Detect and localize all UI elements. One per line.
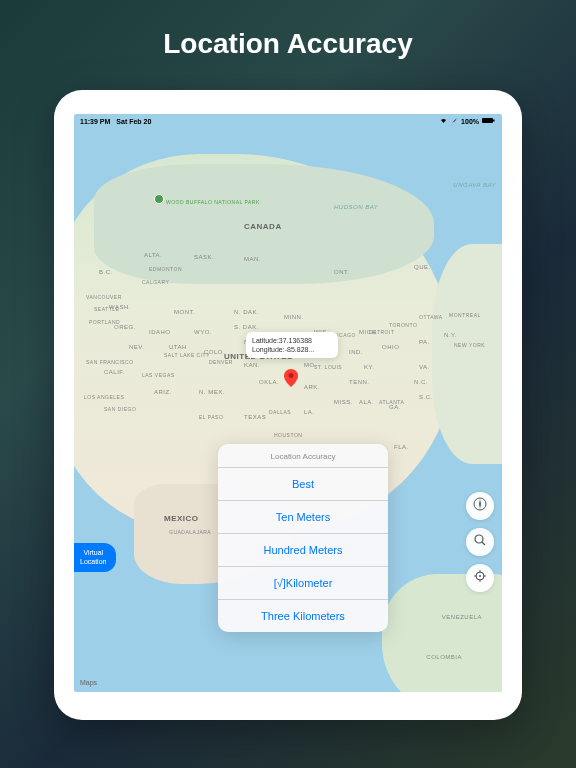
map-city-label: Portland — [89, 319, 120, 325]
svg-line-5 — [482, 542, 485, 545]
park-icon — [154, 194, 164, 204]
search-icon — [473, 533, 487, 551]
status-bar: 11:39 PM Sat Feb 20 100% — [74, 114, 502, 128]
map-state-label: NEV. — [129, 344, 144, 350]
location-accuracy-popover: Location Accuracy Best Ten Meters Hundre… — [218, 444, 388, 632]
map-city-label: San Francisco — [86, 359, 134, 365]
map-state-label: KAN. — [244, 362, 260, 368]
map-city-label: Dallas — [269, 409, 291, 415]
map-city-label: Los Angeles — [84, 394, 124, 400]
map-state-label: N.Y. — [444, 332, 457, 338]
battery-icon — [482, 117, 496, 125]
compass-icon — [473, 497, 487, 515]
map-side-buttons — [466, 492, 494, 592]
map-country-label: COLOMBIA — [426, 654, 462, 660]
map-state-label: UTAH — [169, 344, 187, 350]
map-park-label: Wood Buffalo National Park — [166, 199, 260, 205]
map-city-label: Atlanta — [379, 399, 404, 405]
compass-button[interactable] — [466, 492, 494, 520]
tablet-frame: 11:39 PM Sat Feb 20 100% — [54, 90, 522, 720]
map-city-label: Edmonton — [149, 266, 182, 272]
callout-latitude: Latitude:37.136388 — [252, 336, 332, 345]
search-button[interactable] — [466, 528, 494, 556]
wifi-icon — [439, 117, 448, 125]
accuracy-option-best[interactable]: Best — [218, 468, 388, 501]
map-state-label: OHIO — [382, 344, 399, 350]
map-city-label: Guadalajara — [169, 529, 211, 535]
map-state-label: TENN. — [349, 379, 370, 385]
accuracy-option-kilometer[interactable]: [√]Kilometer — [218, 567, 388, 600]
map-state-label: QUE. — [414, 264, 431, 270]
map-city-label: Montreal — [449, 312, 481, 318]
map-state-label: ALTA. — [144, 252, 162, 258]
map-state-label: MISS. — [334, 399, 353, 405]
accuracy-option-hundred-meters[interactable]: Hundred Meters — [218, 534, 388, 567]
svg-point-4 — [475, 535, 483, 543]
map-city-label: New York — [454, 342, 485, 348]
map-state-label: S. DAK. — [234, 324, 259, 330]
callout-longitude: Longitude:-85.828... — [252, 345, 332, 354]
crosshair-icon — [473, 569, 487, 587]
map-city-label: San Diego — [104, 406, 136, 412]
map-city-label: Vancouver — [86, 294, 122, 300]
map-state-label: ONT. — [334, 269, 350, 275]
map-state-label: WYO. — [194, 329, 212, 335]
map-state-label: N. MEX. — [199, 389, 225, 395]
map-city-label: El Paso — [199, 414, 223, 420]
maps-attribution-text: Maps — [80, 679, 97, 686]
page-title: Location Accuracy — [163, 28, 412, 60]
map-city-label: Las Vegas — [142, 372, 175, 378]
map-state-label: KY. — [364, 364, 374, 370]
map-state-label: SASK. — [194, 254, 214, 260]
map-city-label: Toronto — [389, 322, 417, 328]
map-state-label: B.C. — [99, 269, 113, 275]
map-country-label: CANADA — [244, 222, 282, 231]
map-city-label: Denver — [209, 359, 233, 365]
map-state-label: ARIZ. — [154, 389, 172, 395]
map-state-label: LA. — [304, 409, 315, 415]
map-state-label: MINN. — [284, 314, 304, 320]
status-date: Sat Feb 20 — [116, 118, 151, 125]
map-state-label: MAN. — [244, 256, 261, 262]
map-city-label: Salt Lake City — [164, 352, 210, 358]
map-state-label: IND. — [349, 349, 363, 355]
svg-point-2 — [289, 373, 294, 378]
map-screen[interactable]: 11:39 PM Sat Feb 20 100% — [74, 114, 502, 692]
map-state-label: ARK. — [304, 384, 320, 390]
popover-header: Location Accuracy — [218, 444, 388, 468]
map-state-label: OKLA. — [259, 379, 279, 385]
accuracy-option-three-kilometers[interactable]: Three Kilometers — [218, 600, 388, 632]
map-state-label: N.C. — [414, 379, 428, 385]
virtual-location-label: Virtual Location — [80, 549, 106, 566]
svg-rect-0 — [482, 118, 493, 123]
map-state-label: N. DAK. — [234, 309, 259, 315]
map-state-label: ALA. — [359, 399, 374, 405]
map-state-label: PA. — [419, 339, 430, 345]
map-city-label: Houston — [274, 432, 302, 438]
virtual-location-button[interactable]: Virtual Location — [74, 543, 116, 572]
map-state-label: IDAHO — [149, 329, 171, 335]
map-state-label: CALIF. — [104, 369, 125, 375]
map-land — [432, 244, 502, 464]
map-country-label: VENEZUELA — [442, 614, 482, 620]
accuracy-option-ten-meters[interactable]: Ten Meters — [218, 501, 388, 534]
map-city-label: Calgary — [142, 279, 169, 285]
map-city-label: Ottawa — [419, 314, 443, 320]
locate-button[interactable] — [466, 564, 494, 592]
map-state-label: TEXAS — [244, 414, 266, 420]
svg-point-11 — [479, 575, 481, 577]
map-water-label: Hudson Bay — [334, 204, 378, 210]
map-state-label: MONT. — [174, 309, 195, 315]
map-pin-icon[interactable] — [284, 369, 298, 383]
map-water-label: Ungava Bay — [453, 182, 496, 188]
map-city-label: Seattle — [94, 306, 119, 312]
svg-rect-1 — [493, 120, 495, 122]
battery-percent: 100% — [461, 118, 479, 125]
map-state-label: VA. — [419, 364, 430, 370]
location-callout[interactable]: Latitude:37.136388 Longitude:-85.828... — [246, 332, 338, 358]
maps-attribution: Maps — [80, 679, 97, 686]
map-country-label: MEXICO — [164, 514, 199, 523]
map-state-label: S.C. — [419, 394, 433, 400]
map-city-label: St. Louis — [314, 364, 342, 370]
map-state-label: FLA. — [394, 444, 409, 450]
